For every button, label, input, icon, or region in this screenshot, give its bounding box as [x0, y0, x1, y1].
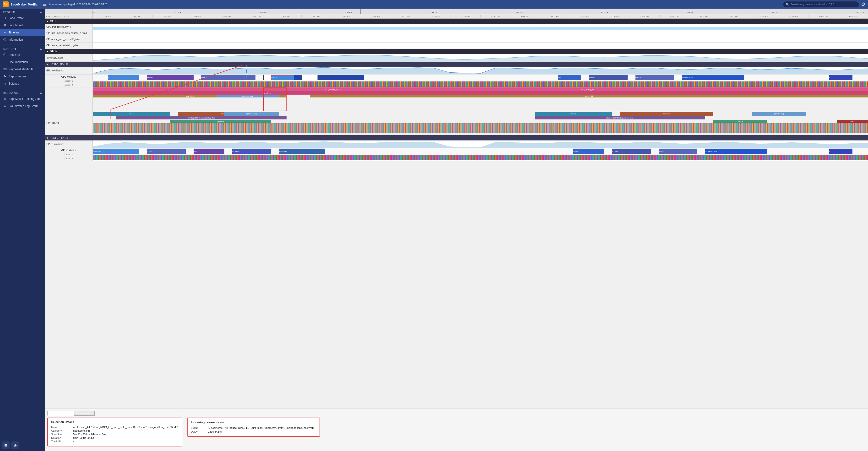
track-cpu-uops: CPU-uops_retired.stall_cycles: [45, 42, 868, 49]
gpu1-event-end[interactable]: n...: [829, 149, 852, 154]
svg-marker-2: [93, 141, 868, 148]
track-cpu-mem: CPU-mem_load_retired.l3_miss: [45, 36, 868, 42]
ddp-bar-2[interactable]: [Strategy]DDPStrategy.training_step: [535, 116, 705, 120]
sel-row-start: Start time 5m 31s 306ms 844us 416ns: [51, 433, 179, 436]
sidebar-item-docs[interactable]: ☰ Documentation: [0, 59, 45, 66]
track-gpu1-device: GPU-1 device stream 1 stream 2 ncclKerne…: [45, 148, 868, 161]
gpu1-event-5[interactable]: ncclKernel...: [279, 149, 326, 154]
sidebar-item-timeline[interactable]: ≡ Timeline: [0, 29, 45, 36]
event-nccl-end[interactable]: n...: [829, 75, 852, 80]
host0-header[interactable]: ▼ HOST-0, PID-126: [45, 62, 868, 67]
load-profile-icon: ↺: [3, 16, 7, 20]
sidebar-item-sagemaker-training[interactable]: ◈ SageMaker Training Job: [0, 95, 45, 102]
track-content-gpu0-host[interactable]: fo... backward optimizer_step [Strategy]…: [93, 111, 868, 135]
big-bars-content[interactable]: run_training_batch run_training_batch ep…: [93, 88, 868, 111]
tab-current-selection[interactable]: Current Selection: [47, 411, 74, 416]
cumem-bar[interactable]: cuMem...: [837, 120, 868, 123]
sidebar-item-information[interactable]: ⓘ Information: [0, 36, 45, 43]
gpu1-stream2-bar[interactable]: [93, 155, 868, 160]
gpu1-event-allreduce[interactable]: ncclKernel_AllR...: [705, 149, 767, 154]
stream2-bar[interactable]: [93, 82, 868, 87]
app-title: SageMaker Profiler: [10, 3, 39, 6]
gpu1-event-8[interactable]: ncclKer...: [659, 149, 698, 154]
sidebar-item-report[interactable]: ⚑ Report issuus: [0, 73, 45, 80]
svg-marker-0: [93, 55, 868, 61]
panel-expand[interactable]: ↑: [174, 411, 178, 416]
search-input[interactable]: [790, 3, 857, 6]
highlight-region: [264, 88, 286, 111]
gpu1-event-4[interactable]: ncclKernel...: [232, 149, 271, 154]
epoch-bar[interactable]: epoch_1: [93, 91, 868, 95]
sidebar-item-about[interactable]: ⓘ About us: [0, 51, 45, 59]
track-content-cpu-uops[interactable]: [93, 42, 868, 49]
track-content-sum-util[interactable]: [93, 54, 868, 61]
event-nccl-allreduce[interactable]: ncclKernel_All...: [682, 75, 744, 80]
host0-collapse-icon[interactable]: ▼: [46, 63, 49, 66]
track-content-cpu-mem[interactable]: [93, 36, 868, 42]
gpu1-stream1-events: ncclKernel... ncclKer... ncclKer... nccl…: [93, 149, 868, 154]
host1-collapse-icon[interactable]: ▼: [46, 137, 49, 139]
event-nccl-1[interactable]: n...: [108, 75, 139, 80]
event-nccl-3[interactable]: ncclKer...: [201, 75, 255, 80]
scrubber[interactable]: [360, 9, 361, 14]
optimizer-bar-2[interactable]: optimizer_step: [752, 112, 806, 116]
menu-icon[interactable]: ☰: [42, 2, 46, 7]
gpus-section-header[interactable]: ▼ GPUs: [45, 49, 868, 54]
main-ruler: 0s 42.1 s 84.5 s 126.8 s 169.1 s 211.4 s…: [45, 9, 868, 14]
event-nccl-2[interactable]: ncclKer...: [147, 75, 193, 80]
ddp-bar-1[interactable]: [Strategy]DDPStrategy.training_step: [116, 116, 286, 120]
power-icon[interactable]: ⏻: [861, 2, 865, 6]
run-training-batch-bar[interactable]: run_training_batch run_training_batch: [93, 88, 868, 91]
forward-bar-1[interactable]: fo...: [93, 112, 170, 116]
event-nccl-6[interactable]: ncclKer...: [589, 75, 627, 80]
panel-close[interactable]: ⌄: [178, 411, 182, 416]
step234-bar[interactable]: step_234: [310, 95, 868, 97]
sidebar-item-keyboard[interactable]: ⌨ Keyboard shortcuts: [0, 66, 45, 73]
profile-chevron[interactable]: ∧: [40, 10, 42, 13]
sidebar-item-label: SageMaker Training Job: [9, 97, 40, 101]
host1-header[interactable]: ▼ HOST-0, PID-128: [45, 135, 868, 140]
gpu1-event-6[interactable]: ncclKer...: [573, 149, 604, 154]
track-label-cpu-inst: CPU-inst_retired.any_p: [45, 24, 93, 30]
event-nccl-selected[interactable]: ncclKer...: [271, 75, 294, 80]
optimize-bar-1[interactable]: optimize: [170, 120, 271, 123]
track-content-gpu0-util[interactable]: [93, 67, 868, 74]
multicolor-bar[interactable]: [93, 123, 868, 133]
track-gpu0-util: GPU-0 utilization: [45, 67, 868, 74]
timeline-area: 0s 42.1 s 84.5 s 126.8 s 169.1 s 211.4 s…: [45, 9, 868, 451]
track-content-gpu1-device[interactable]: ncclKernel... ncclKer... ncclKer... nccl…: [93, 148, 868, 161]
optimizer-bar-1[interactable]: optimizer_step: [224, 112, 279, 116]
search-bar[interactable]: 🔍: [783, 1, 859, 7]
forward-bar-2[interactable]: forward: [535, 112, 612, 116]
track-content-cpu-itlb[interactable]: [93, 30, 868, 36]
sidebar-item-cloudwatch[interactable]: ◈ CloudWatch Log Group: [0, 102, 45, 110]
tick-84s: 84.5 s: [260, 11, 266, 13]
sidebar-item-dashboard[interactable]: ⊞ Dashboard: [0, 22, 45, 29]
track-content-cpu-inst[interactable]: [93, 24, 868, 30]
tracks-scroll[interactable]: ▼ CPU CPU-inst_retired.any_p CPU-itlb_mi…: [45, 19, 868, 408]
sidebar-btn-1[interactable]: ⊞: [2, 442, 9, 449]
sidebar-item-settings[interactable]: ⚙ Settings: [0, 80, 45, 87]
event-nccl-7[interactable]: ncclKer...: [636, 75, 674, 80]
track-label-gpu1-util: GPU-1 utilization: [45, 140, 93, 148]
cpu-section-header[interactable]: ▼ CPU: [45, 19, 868, 24]
support-chevron[interactable]: ∧: [40, 47, 42, 51]
event-nccl-5[interactable]: nccl...: [558, 75, 581, 80]
gpu1-event-2[interactable]: ncclKer...: [147, 149, 186, 154]
gpu1-event-3[interactable]: ncclKer...: [193, 149, 225, 154]
gpu1-event-1[interactable]: ncclKernel...: [93, 149, 139, 154]
gpu1-event-7[interactable]: ncclKer...: [612, 149, 651, 154]
sub-ruler-close[interactable]: ✕: [68, 15, 70, 18]
cpu-collapse-icon[interactable]: ▼: [46, 20, 49, 23]
sidebar-btn-2[interactable]: ◉: [11, 442, 19, 449]
tab-connections[interactable]: Connections: [74, 411, 95, 416]
resources-chevron[interactable]: ∧: [40, 91, 42, 94]
stream1-events: n... ncclKer... ncclKer... ncclKer... nc…: [93, 75, 868, 80]
track-content-gpu1-util[interactable]: [93, 140, 868, 148]
sidebar-item-load-profile[interactable]: ↺ Load Profile: [0, 14, 45, 22]
track-content-gpu0-device[interactable]: n... ncclKer... ncclKer... ncclKer... nc…: [93, 74, 868, 87]
track-cpu-itlb: CPU-itlb_misses.miss_causes_a_walk: [45, 30, 868, 36]
gpus-collapse-icon[interactable]: ▼: [46, 50, 49, 53]
backward-bar-2[interactable]: backward: [620, 112, 713, 116]
optimize-bar-2[interactable]: optimize: [713, 120, 767, 123]
